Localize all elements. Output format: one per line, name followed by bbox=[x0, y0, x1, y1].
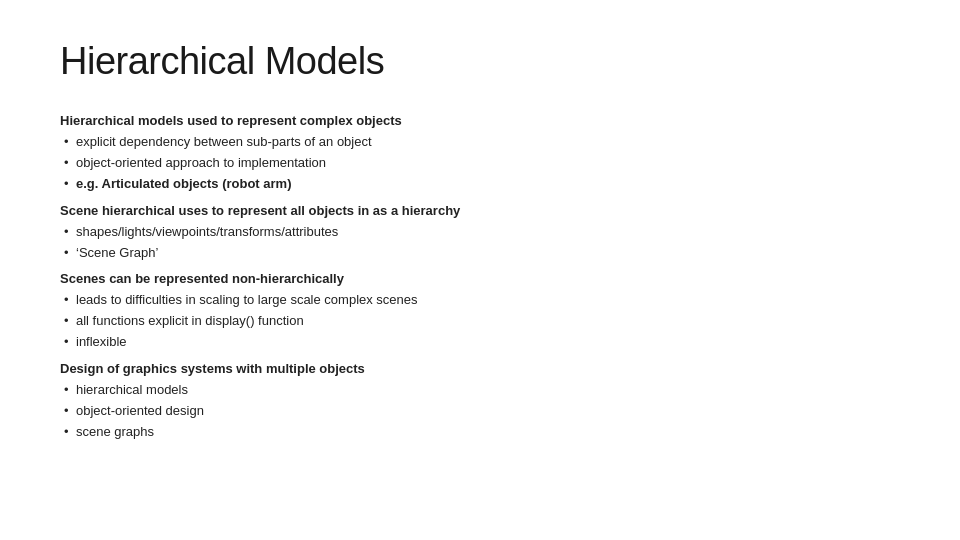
list-item: shapes/lights/viewpoints/transforms/attr… bbox=[60, 222, 900, 242]
list-item: e.g. Articulated objects (robot arm) bbox=[60, 174, 900, 194]
slide: Hierarchical Models Hierarchical models … bbox=[0, 0, 960, 540]
slide-content: Hierarchical models used to represent co… bbox=[60, 111, 900, 442]
list-item: hierarchical models bbox=[60, 380, 900, 400]
bold-text: e.g. Articulated objects (robot arm) bbox=[76, 176, 292, 191]
list-item: leads to difficulties in scaling to larg… bbox=[60, 290, 900, 310]
list-item: ‘Scene Graph’ bbox=[60, 243, 900, 263]
list-item: explicit dependency between sub-parts of… bbox=[60, 132, 900, 152]
bullet-list-scene: shapes/lights/viewpoints/transforms/attr… bbox=[60, 222, 900, 263]
bullet-list-nonhier: leads to difficulties in scaling to larg… bbox=[60, 290, 900, 352]
section-heading-intro: Hierarchical models used to represent co… bbox=[60, 111, 900, 131]
list-item: object-oriented design bbox=[60, 401, 900, 421]
list-item: object-oriented approach to implementati… bbox=[60, 153, 900, 173]
slide-title: Hierarchical Models bbox=[60, 40, 900, 83]
list-item: scene graphs bbox=[60, 422, 900, 442]
section-heading-scene: Scene hierarchical uses to represent all… bbox=[60, 201, 900, 221]
section-heading-nonhier: Scenes can be represented non-hierarchic… bbox=[60, 269, 900, 289]
bullet-list-intro: explicit dependency between sub-parts of… bbox=[60, 132, 900, 194]
list-item: inflexible bbox=[60, 332, 900, 352]
list-item: all functions explicit in display() func… bbox=[60, 311, 900, 331]
section-heading-design: Design of graphics systems with multiple… bbox=[60, 359, 900, 379]
bullet-list-design: hierarchical models object-oriented desi… bbox=[60, 380, 900, 442]
